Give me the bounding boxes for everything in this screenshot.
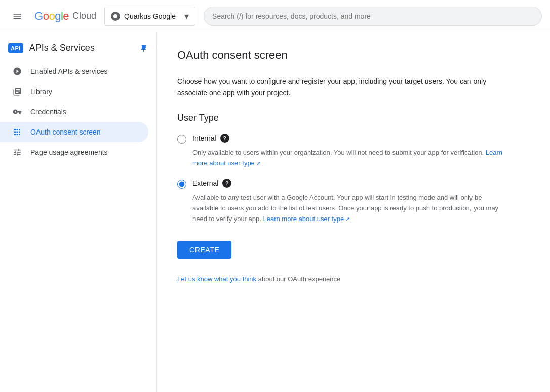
internal-radio-input[interactable] bbox=[177, 135, 186, 144]
search-bar[interactable] bbox=[204, 7, 542, 26]
external-description: Available to any test user with a Google… bbox=[192, 193, 506, 224]
sidebar-title: APIs & Services bbox=[29, 42, 95, 53]
sidebar-item-credentials-label: Credentials bbox=[30, 108, 66, 116]
user-type-heading: User Type bbox=[177, 113, 530, 123]
library-icon bbox=[12, 86, 22, 97]
sidebar-item-library[interactable]: Library bbox=[0, 81, 148, 102]
main-layout: API APIs & Services Enabled APIs & servi… bbox=[0, 32, 550, 392]
internal-radio-option: Internal ? bbox=[177, 134, 530, 144]
credentials-icon bbox=[12, 107, 22, 117]
hamburger-menu-icon[interactable] bbox=[8, 7, 26, 25]
sidebar-nav: Enabled APIs & services Library Credenti… bbox=[0, 61, 156, 162]
api-badge: API bbox=[8, 43, 23, 53]
google-cloud-logo[interactable]: Google Cloud bbox=[34, 10, 96, 23]
project-icon bbox=[111, 12, 120, 21]
sidebar-header: API APIs & Services bbox=[0, 36, 156, 61]
internal-label-text: Internal bbox=[192, 134, 216, 142]
sidebar-item-page-usage[interactable]: Page usage agreements bbox=[0, 142, 148, 162]
internal-description: Only available to users within your orga… bbox=[192, 148, 506, 169]
project-name: Quarkus Google bbox=[124, 12, 180, 20]
pin-icon[interactable] bbox=[139, 43, 148, 53]
external-help-icon[interactable]: ? bbox=[222, 179, 231, 188]
cloud-text: Cloud bbox=[72, 11, 96, 21]
internal-desc-text: Only available to users within your orga… bbox=[192, 149, 486, 156]
main-content: OAuth consent screen Choose how you want… bbox=[157, 32, 550, 392]
feedback-link[interactable]: Let us know what you think bbox=[177, 275, 256, 283]
oauth-icon bbox=[12, 127, 22, 137]
sidebar-item-library-label: Library bbox=[30, 88, 52, 96]
external-radio-option: External ? bbox=[177, 179, 530, 189]
page-usage-icon bbox=[12, 147, 22, 157]
sidebar-item-credentials[interactable]: Credentials bbox=[0, 102, 148, 122]
page-title: OAuth consent screen bbox=[177, 49, 530, 62]
feedback-suffix: about our OAuth experience bbox=[256, 275, 340, 283]
feedback-section: Let us know what you think about our OAu… bbox=[177, 275, 530, 283]
search-input[interactable] bbox=[212, 12, 533, 20]
sidebar: API APIs & Services Enabled APIs & servi… bbox=[0, 32, 157, 392]
external-radio-label[interactable]: External ? bbox=[192, 179, 231, 188]
page-description: Choose how you want to configure and reg… bbox=[177, 76, 506, 99]
sidebar-item-enabled[interactable]: Enabled APIs & services bbox=[0, 61, 148, 81]
google-logo-text: Google bbox=[34, 10, 69, 23]
internal-radio-label[interactable]: Internal ? bbox=[192, 134, 229, 143]
sidebar-item-oauth[interactable]: OAuth consent screen bbox=[0, 122, 148, 142]
external-label-text: External bbox=[192, 179, 218, 187]
project-selector[interactable]: Quarkus Google ▾ bbox=[104, 7, 195, 26]
sidebar-item-oauth-label: OAuth consent screen bbox=[30, 128, 101, 136]
sidebar-item-page-usage-label: Page usage agreements bbox=[30, 148, 108, 156]
external-learn-more-link[interactable]: Learn more about user type bbox=[263, 215, 350, 223]
top-navigation: Google Cloud Quarkus Google ▾ bbox=[0, 0, 550, 32]
create-button[interactable]: CREATE bbox=[177, 241, 231, 259]
enabled-apis-icon bbox=[12, 66, 22, 76]
chevron-down-icon: ▾ bbox=[184, 11, 189, 22]
user-type-section: User Type Internal ? Only available to u… bbox=[177, 113, 530, 225]
sidebar-item-enabled-label: Enabled APIs & services bbox=[30, 67, 108, 75]
internal-help-icon[interactable]: ? bbox=[220, 134, 229, 143]
external-radio-input[interactable] bbox=[177, 180, 186, 189]
